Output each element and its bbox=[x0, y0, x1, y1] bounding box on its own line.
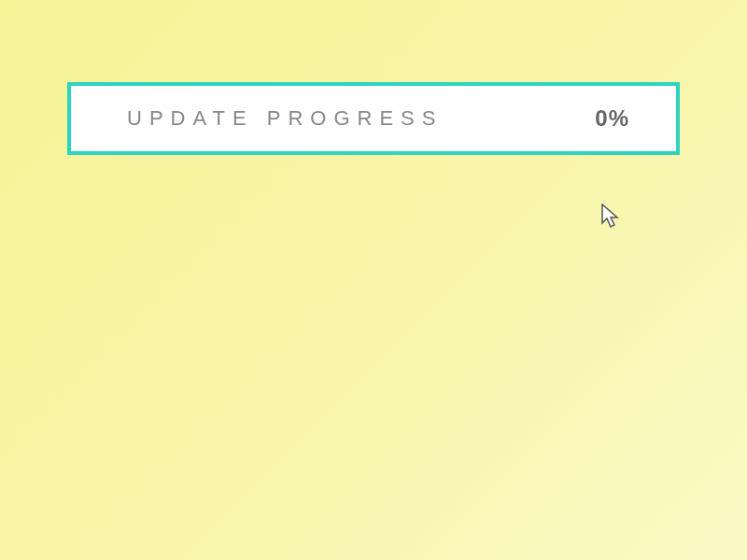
cursor-icon bbox=[601, 203, 622, 230]
progress-label: UPDATE PROGRESS bbox=[127, 106, 443, 131]
update-progress-bar: UPDATE PROGRESS 0% bbox=[67, 82, 680, 155]
progress-value: 0% bbox=[595, 105, 629, 132]
